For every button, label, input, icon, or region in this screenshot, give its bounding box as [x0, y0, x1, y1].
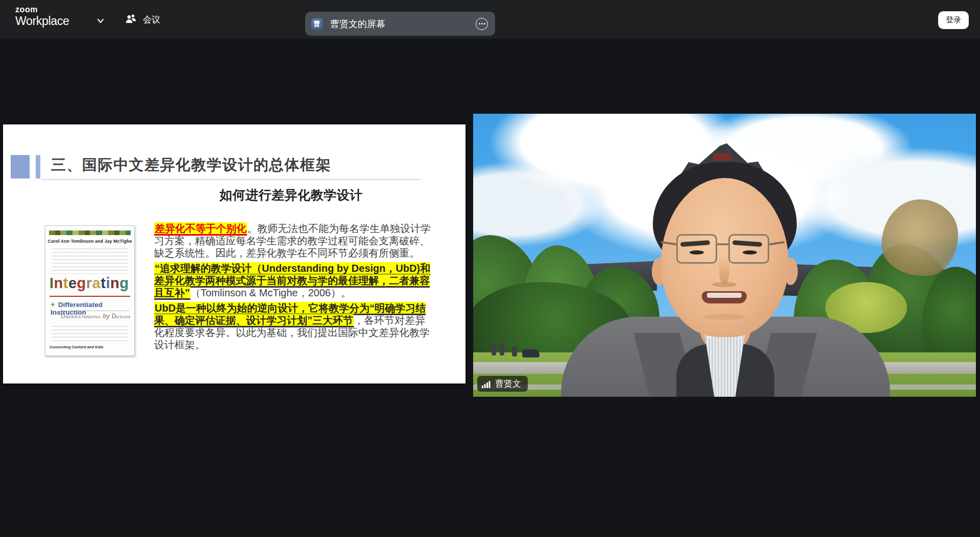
background-pedestrian — [492, 344, 496, 355]
zoom-workplace-logo: zoom Workplace — [15, 6, 69, 27]
presenter-eye — [690, 250, 704, 254]
people-icon — [125, 13, 138, 25]
login-button[interactable]: 登录 — [938, 11, 969, 29]
presenter-video-tile[interactable]: 曹贤文 — [473, 114, 976, 397]
presenter-glasses-lens — [676, 234, 717, 264]
slide-paragraph-1: 差异化不等于个别化。教师无法也不能为每名学生单独设计学习方案，精确适应每名学生需… — [154, 222, 434, 259]
book-gray-rule — [61, 311, 129, 311]
book-footer: Connecting Content and Kids — [50, 345, 103, 349]
shared-screen-pill[interactable]: 曹 曹贤文的屏幕 — [305, 12, 495, 36]
background-pedestrian — [512, 346, 517, 356]
shared-screen-slide: 三、国际中文差异化教学设计的总体框架 如何进行差异化教学设计 Carol Ann… — [3, 124, 465, 383]
meeting-tab-label: 会议 — [143, 14, 160, 25]
background-tower-roof-accent — [713, 154, 731, 161]
presenter-eye — [743, 250, 757, 254]
book-cover: Carol Ann Tomlinson and Jay McTighe Inte… — [45, 225, 135, 356]
slide-subtitle: 如何进行差异化教学设计 — [219, 187, 363, 203]
tab-meeting[interactable]: 会议 — [125, 11, 160, 28]
presenter-glasses-lens — [728, 234, 769, 264]
chevron-down-icon[interactable] — [95, 15, 106, 27]
book-title-integrating: Integrating — [50, 275, 131, 292]
book-faint-text-block — [52, 326, 128, 343]
workplace-logo-text: Workplace — [15, 15, 69, 27]
slide-paragraph-2: “追求理解的教学设计（Understanding by Design，UbD)和… — [154, 262, 434, 299]
book-subtitle-ubd: Understanding by Design — [61, 313, 131, 320]
slide-paragraph-3: UbD是一种以终为始的逆向设计，它将教学分为“明确学习结果、确定评估证据、设计学… — [154, 302, 434, 351]
book-red-rule — [50, 296, 130, 297]
slide-body-text: 差异化不等于个别化。教师无法也不能为每名学生单独设计学习方案，精确适应每名学生需… — [154, 222, 434, 354]
presenter-glasses-bridge — [716, 243, 729, 245]
presenter-nose — [719, 258, 729, 284]
slide-accent-square — [11, 155, 30, 178]
book-authors: Carol Ann Tomlinson and Jay McTighe — [45, 239, 134, 244]
top-bar: zoom Workplace 会议 曹 曹贤文的屏幕 登录 — [0, 0, 980, 39]
slide-accent-bar — [36, 155, 40, 178]
participant-name-tag: 曹贤文 — [477, 376, 528, 392]
book-cover-color-strip — [49, 231, 131, 235]
presenter-avatar: 曹 — [311, 18, 323, 30]
highlighted-phrase-red: 差异化不等于个别化 — [154, 222, 247, 236]
background-pedestrian — [500, 343, 504, 355]
book-faint-text-block — [52, 248, 128, 274]
presenter-teeth — [707, 293, 742, 298]
presenter-chin-shadow — [704, 314, 745, 320]
zoom-logo-text: zoom — [15, 6, 69, 14]
more-options-icon[interactable] — [476, 18, 488, 30]
signal-strength-icon — [482, 380, 491, 388]
presenter-nose-shadow — [712, 282, 737, 287]
slide-title-underline — [41, 179, 420, 180]
shared-screen-title: 曹贤文的屏幕 — [330, 18, 476, 30]
zoom-workplace-window: zoom Workplace 会议 曹 曹贤文的屏幕 登录 三、国际中文差异化教… — [0, 0, 980, 537]
book-plus-sign: + — [51, 300, 55, 309]
slide-title: 三、国际中文差异化教学设计的总体框架 — [51, 155, 331, 175]
participant-name: 曹贤文 — [495, 378, 521, 390]
background-scooter — [522, 349, 540, 357]
